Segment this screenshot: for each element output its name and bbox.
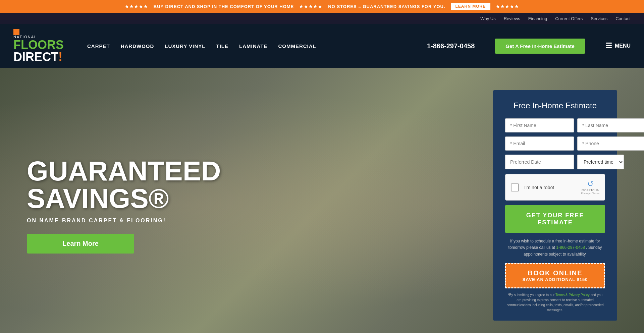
hero-subtitle: ON NAME-BRAND CARPET & FLOORING!: [27, 218, 221, 224]
recaptcha-label: I'm not a robot: [524, 185, 554, 190]
menu-label: MENU: [615, 43, 631, 49]
logo-icon: [13, 29, 19, 35]
preferred-date-input[interactable]: [505, 155, 574, 169]
datetime-row: Preferred time Morning Afternoon Evening: [505, 155, 605, 169]
book-online-button[interactable]: BOOK ONLINE SAVE AN ADDITIONAL $150: [505, 263, 605, 288]
first-name-input[interactable]: [505, 118, 574, 132]
nav-services[interactable]: Services: [591, 16, 607, 21]
nav-luxury-vinyl[interactable]: LUXURY VINYL: [165, 43, 205, 49]
hero-title: GUARANTEED SAVINGS®: [27, 157, 221, 212]
schedule-note: If you wish to schedule a free in-home e…: [505, 238, 605, 258]
submit-estimate-button[interactable]: GET YOUR FREE ESTIMATE: [505, 205, 605, 233]
nav-carpet[interactable]: CARPET: [87, 43, 110, 49]
top-banner: ★★★★★ BUY DIRECT AND SHOP IN THE COMFORT…: [0, 0, 644, 13]
nav-commercial[interactable]: COMMERCIAL: [278, 43, 316, 49]
hamburger-icon: ☰: [605, 42, 612, 50]
nav-laminate[interactable]: LAMINATE: [239, 43, 267, 49]
secondary-nav: Why Us Reviews Financing Current Offers …: [0, 13, 644, 24]
stars-right: ★★★★★: [496, 4, 519, 9]
last-name-input[interactable]: [577, 118, 644, 132]
estimate-form-panel: Free In-Home Estimate Preferred time Mor…: [493, 90, 617, 321]
nav-financing[interactable]: Financing: [528, 16, 547, 21]
contact-row: [505, 136, 605, 151]
logo-direct: DIRECT!: [13, 51, 64, 63]
logo-floors: FLOORS: [13, 39, 64, 51]
stars-middle: ★★★★★: [299, 4, 323, 9]
schedule-phone-link[interactable]: 1-866-297-0458: [556, 245, 585, 250]
nav-tile[interactable]: TILE: [216, 43, 229, 49]
recaptcha-checkbox[interactable]: [511, 183, 519, 191]
logo[interactable]: NATIONAL FLOORS DIRECT!: [13, 27, 64, 65]
get-estimate-button[interactable]: Get A Free In-Home Estimate: [495, 39, 585, 54]
book-online-subtitle: SAVE AN ADDITIONAL $150: [512, 277, 599, 282]
main-nav: CARPET HARDWOOD LUXURY VINYL TILE LAMINA…: [87, 43, 407, 49]
recaptcha-icon: ↺: [581, 180, 599, 188]
recaptcha-brand: reCAPTCHA: [581, 188, 599, 192]
disclaimer-text1: *By submitting you agree to our: [508, 293, 555, 297]
recaptcha-privacy: Privacy - Terms: [581, 192, 599, 195]
learn-more-button[interactable]: Learn More: [27, 234, 134, 254]
nav-current-offers[interactable]: Current Offers: [555, 16, 583, 21]
form-disclaimer: *By submitting you agree to our Terms & …: [505, 292, 605, 313]
terms-link[interactable]: Terms & Privacy Policy: [555, 293, 590, 297]
nav-contact[interactable]: Contact: [615, 16, 631, 21]
nav-why-us[interactable]: Why Us: [480, 16, 496, 21]
banner-learn-more-button[interactable]: LEARN MORE: [451, 3, 491, 10]
preferred-time-select[interactable]: Preferred time Morning Afternoon Evening: [577, 155, 624, 169]
nav-hardwood[interactable]: HARDWOOD: [121, 43, 154, 49]
hero-title-line1: GUARANTEED: [27, 156, 221, 186]
banner-text-left: BUY DIRECT AND SHOP IN THE COMFORT OF YO…: [154, 4, 294, 9]
banner-text-right: NO STORES = GUARANTEED SAVINGS FOR YOU.: [328, 4, 445, 9]
hero-section: GUARANTEED SAVINGS® ON NAME-BRAND CARPET…: [0, 68, 644, 333]
header-phone[interactable]: 1-866-297-0458: [427, 42, 475, 50]
recaptcha-box: I'm not a robot ↺ reCAPTCHA Privacy - Te…: [505, 174, 605, 201]
hero-title-line2: SAVINGS®: [27, 183, 169, 214]
name-row: [505, 118, 605, 132]
nav-reviews[interactable]: Reviews: [504, 16, 520, 21]
phone-input[interactable]: [577, 136, 644, 151]
form-title: Free In-Home Estimate: [505, 101, 605, 110]
menu-button[interactable]: ☰ MENU: [605, 42, 631, 50]
stars-left: ★★★★★: [125, 4, 148, 9]
recaptcha-logo: ↺ reCAPTCHA Privacy - Terms: [581, 180, 599, 195]
hero-content: GUARANTEED SAVINGS® ON NAME-BRAND CARPET…: [27, 157, 221, 254]
main-header: NATIONAL FLOORS DIRECT! CARPET HARDWOOD …: [0, 24, 644, 68]
book-online-title: BOOK ONLINE: [512, 269, 599, 277]
email-input[interactable]: [505, 136, 574, 151]
